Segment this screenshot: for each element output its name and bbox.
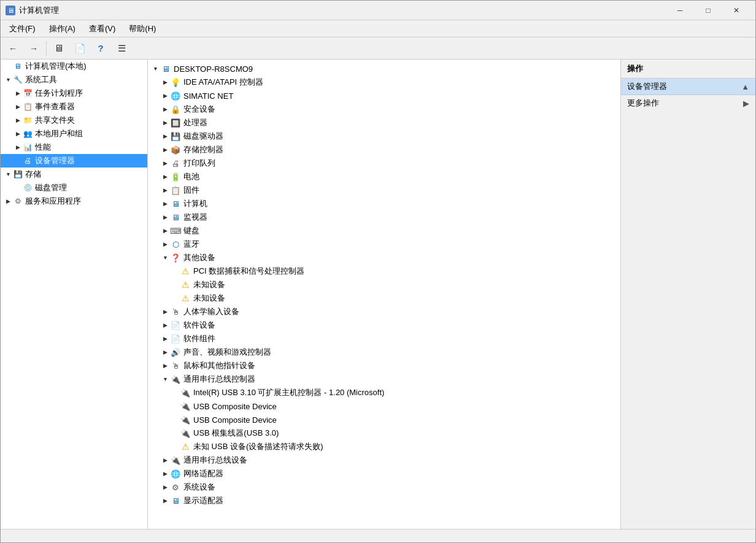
tree-system-tools[interactable]: ▾ 🔧 系统工具 (1, 73, 147, 87)
window-controls: ─ □ ✕ (666, 1, 750, 20)
help-button[interactable]: ? (91, 40, 110, 57)
dev-ide[interactable]: ▶ 💡 IDE ATA/ATAPI 控制器 (148, 75, 620, 89)
menu-file[interactable]: 文件(F) (3, 21, 42, 37)
dev-pci[interactable]: ⚠ PCI 数据捕获和信号处理控制器 (148, 264, 620, 278)
tree-icon-system-tools: 🔧 (13, 75, 23, 85)
dev-label-mouse: 鼠标和其他指针设备 (183, 360, 255, 371)
dev-unknown-1[interactable]: ⚠ 未知设备 (148, 278, 620, 291)
dev-usb-unknown[interactable]: ⚠ 未知 USB 设备(设备描述符请求失败) (148, 440, 620, 453)
dev-icon-ide: 💡 (170, 77, 181, 87)
dev-expand-battery: ▶ (160, 172, 170, 182)
dev-expand-usb-unknown (170, 442, 180, 452)
dev-expand-simatic: ▶ (160, 91, 170, 101)
status-bar (1, 529, 755, 542)
dev-expand-unknown1 (170, 280, 180, 290)
left-panel: 🖥 计算机管理(本地) ▾ 🔧 系统工具 ▶ 📅 任务计划程序 ▶ 📋 事件查看… (1, 60, 148, 529)
tree-services[interactable]: ▶ ⚙ 服务和应用程序 (1, 194, 147, 208)
tree-icon-users: 👥 (23, 129, 33, 139)
tree-disk-mgmt[interactable]: 💿 磁盘管理 (1, 181, 147, 194)
close-button[interactable]: ✕ (722, 1, 750, 20)
dev-unknown-2[interactable]: ⚠ 未知设备 (148, 291, 620, 305)
tree-users-groups[interactable]: ▶ 👥 本地用户和组 (1, 127, 147, 141)
dev-usb-composite-2[interactable]: 🔌 USB Composite Device (148, 413, 620, 426)
dev-usb-ctrl[interactable]: ▾ 🔌 通用串行总线控制器 (148, 372, 620, 386)
tree-storage[interactable]: ▾ 💾 存储 (1, 168, 147, 181)
action-more[interactable]: 更多操作 ▶ (621, 95, 755, 111)
dev-expand-usb-hub (170, 428, 180, 438)
dev-label-usb-comp2: USB Composite Device (193, 415, 277, 425)
dev-icon-usb-comp1: 🔌 (180, 401, 191, 411)
dev-expand-usb-comp1 (170, 401, 180, 411)
dev-label-usb-unknown: 未知 USB 设备(设备描述符请求失败) (193, 441, 323, 452)
menu-action[interactable]: 操作(A) (43, 21, 82, 37)
dev-storage-ctrl[interactable]: ▶ 📦 存储控制器 (148, 143, 620, 156)
extra-button[interactable]: ☰ (112, 40, 131, 57)
tree-label-task: 任务计划程序 (35, 88, 83, 99)
dev-intel-usb[interactable]: 🔌 Intel(R) USB 3.10 可扩展主机控制器 - 1.20 (Mic… (148, 386, 620, 399)
expand-shared: ▶ (13, 115, 23, 125)
dev-audio[interactable]: ▶ 🔊 声音、视频和游戏控制器 (148, 345, 620, 359)
dev-bluetooth[interactable]: ▶ ⬡ 蓝牙 (148, 237, 620, 251)
tree-shared-folders[interactable]: ▶ 📁 共享文件夹 (1, 114, 147, 127)
dev-usb-dev[interactable]: ▶ 🔌 通用串行总线设备 (148, 453, 620, 467)
dev-display[interactable]: ▶ 🖥 显示适配器 (148, 494, 620, 507)
dev-icon-hid: 🖱 (170, 307, 181, 317)
maximize-button[interactable]: □ (694, 1, 722, 20)
dev-root[interactable]: ▾ 🖥 DESKTOP-R8SCMO9 (148, 62, 620, 75)
dev-cpu[interactable]: ▶ 🔲 处理器 (148, 116, 620, 129)
dev-keyboard[interactable]: ▶ ⌨ 键盘 (148, 224, 620, 237)
dev-print[interactable]: ▶ 🖨 打印队列 (148, 156, 620, 170)
dev-mouse[interactable]: ▶ 🖱 鼠标和其他指针设备 (148, 359, 620, 372)
dev-usb-composite-1[interactable]: 🔌 USB Composite Device (148, 399, 620, 413)
expand-event: ▶ (13, 102, 23, 112)
computer-button[interactable]: 🖥 (49, 40, 69, 57)
dev-system-dev[interactable]: ▶ ⚙ 系统设备 (148, 480, 620, 494)
tree-task-scheduler[interactable]: ▶ 📅 任务计划程序 (1, 87, 147, 100)
dev-label-soft-comp: 软件组件 (183, 333, 215, 344)
tree-event-viewer[interactable]: ▶ 📋 事件查看器 (1, 100, 147, 114)
menu-help[interactable]: 帮助(H) (123, 21, 162, 37)
dev-label-system-dev: 系统设备 (183, 482, 215, 493)
tree-device-manager[interactable]: 🖨 设备管理器 (1, 154, 147, 168)
dev-icon-display: 🖥 (170, 496, 181, 506)
minimize-button[interactable]: ─ (666, 1, 694, 20)
action-device-manager[interactable]: 设备管理器 ▲ (621, 79, 755, 95)
dev-battery[interactable]: ▶ 🔋 电池 (148, 170, 620, 183)
forward-button[interactable]: → (24, 40, 44, 57)
back-button[interactable]: ← (3, 40, 23, 57)
dev-firmware[interactable]: ▶ 📋 固件 (148, 183, 620, 197)
dev-soft-comp[interactable]: ▶ 📄 软件组件 (148, 332, 620, 345)
dev-network[interactable]: ▶ 🌐 网络适配器 (148, 467, 620, 480)
dev-icon-storage-ctrl: 📦 (170, 145, 181, 155)
dev-icon-system-dev: ⚙ (170, 482, 181, 492)
tree-performance[interactable]: ▶ 📊 性能 (1, 141, 147, 154)
dev-icon-bluetooth: ⬡ (170, 239, 181, 249)
dev-label-monitor: 监视器 (183, 212, 207, 223)
dev-disk-drive[interactable]: ▶ 💾 磁盘驱动器 (148, 129, 620, 143)
dev-icon-monitor: 🖥 (170, 212, 181, 222)
dev-usb-hub[interactable]: 🔌 USB 根集线器(USB 3.0) (148, 426, 620, 440)
dev-icon-audio: 🔊 (170, 347, 181, 357)
dev-label-intel-usb: Intel(R) USB 3.10 可扩展主机控制器 - 1.20 (Micro… (193, 387, 384, 398)
dev-computer[interactable]: ▶ 🖥 计算机 (148, 197, 620, 210)
dev-other-devices[interactable]: ▾ ❓ 其他设备 (148, 251, 620, 264)
dev-label-soft-dev: 软件设备 (183, 320, 215, 331)
dev-soft-dev[interactable]: ▶ 📄 软件设备 (148, 318, 620, 332)
dev-expand-cpu: ▶ (160, 118, 170, 128)
properties-button[interactable]: 📄 (70, 40, 90, 57)
dev-simatic[interactable]: ▶ 🌐 SIMATIC NET (148, 89, 620, 102)
dev-icon-usb-unknown: ⚠ (180, 442, 191, 452)
tree-root[interactable]: 🖥 计算机管理(本地) (1, 60, 147, 73)
dev-expand-unknown2 (170, 293, 180, 303)
dev-expand-mouse: ▶ (160, 361, 170, 371)
dev-label-keyboard: 键盘 (183, 225, 199, 236)
dev-expand-root: ▾ (150, 64, 160, 74)
dev-monitor[interactable]: ▶ 🖥 监视器 (148, 210, 620, 224)
dev-hid[interactable]: ▶ 🖱 人体学输入设备 (148, 305, 620, 318)
tree-icon-services: ⚙ (13, 196, 23, 206)
dev-security[interactable]: ▶ 🔒 安全设备 (148, 102, 620, 116)
dev-label-ide: IDE ATA/ATAPI 控制器 (183, 77, 263, 88)
menu-view[interactable]: 查看(V) (83, 21, 122, 37)
tree-icon-root: 🖥 (13, 61, 23, 71)
dev-label-battery: 电池 (183, 171, 199, 182)
